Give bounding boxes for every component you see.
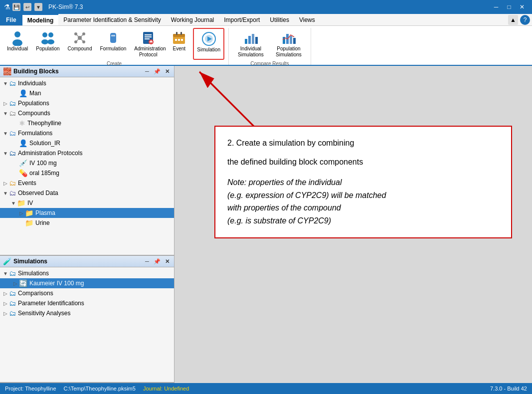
undo-quick-btn[interactable]: ↩ bbox=[23, 3, 31, 11]
simulation-icon bbox=[201, 31, 217, 47]
simulations-title: Simulations bbox=[13, 258, 47, 265]
formulation-label: Formulation bbox=[100, 46, 126, 52]
theophylline-icon: ⚛ bbox=[19, 119, 25, 127]
param-id-label: Parameter Identifications bbox=[18, 300, 84, 307]
close-btn[interactable]: ✕ bbox=[516, 2, 528, 12]
individual-sims-label: Individual Simulations bbox=[236, 46, 266, 58]
tree-item-urine[interactable]: 📁 Urine bbox=[0, 218, 174, 228]
comparisons-toggle[interactable]: ▷ bbox=[2, 291, 9, 296]
svg-rect-27 bbox=[180, 32, 182, 35]
tree-item-observed-data[interactable]: ▼ 🗂 Observed Data bbox=[0, 188, 174, 198]
kaumeier-toggle[interactable]: ▷ bbox=[12, 281, 19, 286]
tree-item-admin-protocols[interactable]: ▼ 🗂 Administration Protocols bbox=[0, 148, 174, 158]
right-content-area: 2. Create a simulation by combining the … bbox=[175, 66, 532, 383]
simulations-group-toggle[interactable]: ▼ bbox=[2, 271, 9, 276]
individuals-toggle[interactable]: ▼ bbox=[2, 81, 9, 86]
svg-rect-37 bbox=[255, 37, 258, 44]
man-icon: 👤 bbox=[19, 89, 27, 97]
building-blocks-close-btn[interactable]: ✕ bbox=[163, 67, 171, 75]
individual-simulations-icon bbox=[243, 30, 259, 46]
tree-item-man[interactable]: 👤 Man bbox=[0, 88, 174, 98]
simulations-minimize-btn[interactable]: ─ bbox=[143, 257, 151, 265]
tree-item-iv-100mg[interactable]: 💉 IV 100 mg bbox=[0, 158, 174, 168]
man-label: Man bbox=[29, 90, 41, 97]
tree-item-sensitivity[interactable]: ▷ 🗂 Sensitivity Analyses bbox=[0, 308, 174, 318]
menu-file[interactable]: File bbox=[0, 14, 22, 25]
iv-data-toggle[interactable]: ▼ bbox=[10, 200, 17, 206]
tree-item-iv-data[interactable]: ▼ 📁 IV bbox=[0, 198, 174, 208]
ribbon-btn-individual[interactable]: Individual bbox=[4, 28, 31, 60]
menu-bar: File Modeling Parameter Identification &… bbox=[0, 14, 532, 26]
dropdown-quick-btn[interactable]: ▼ bbox=[34, 3, 42, 11]
ribbon-btn-individual-simulations[interactable]: Individual Simulations bbox=[233, 28, 269, 60]
ribbon-btn-formulation[interactable]: Formulation bbox=[97, 28, 129, 60]
compounds-toggle[interactable]: ▼ bbox=[2, 111, 9, 116]
tree-item-simulations-group[interactable]: ▼ 🗂 Simulations bbox=[0, 268, 174, 278]
populations-toggle[interactable]: ▷ bbox=[2, 101, 9, 106]
annotation-text-2: the defined building block components bbox=[227, 158, 363, 166]
admin-protocols-toggle[interactable]: ▼ bbox=[2, 151, 9, 156]
observed-data-toggle[interactable]: ▼ bbox=[2, 191, 9, 196]
help-btn[interactable]: ? bbox=[520, 15, 530, 25]
building-blocks-minimize-btn[interactable]: ─ bbox=[143, 67, 151, 75]
collapse-ribbon-btn[interactable]: ▲ bbox=[508, 15, 518, 25]
building-blocks-pin-btn[interactable]: 📌 bbox=[153, 67, 161, 75]
formulations-toggle[interactable]: ▼ bbox=[2, 131, 9, 136]
populations-folder-icon: 🗂 bbox=[9, 99, 16, 107]
annotation-line2: the defined building block components bbox=[227, 156, 499, 169]
ribbon-group-create: Individual Population bbox=[0, 28, 229, 65]
oral-icon: 💊 bbox=[19, 169, 27, 177]
minimize-btn[interactable]: ─ bbox=[490, 2, 502, 12]
tree-item-comparisons[interactable]: ▷ 🗂 Comparisons bbox=[0, 288, 174, 298]
simulations-group-icon: 🗂 bbox=[9, 269, 16, 277]
tree-item-compounds[interactable]: ▼ 🗂 Compounds bbox=[0, 108, 174, 118]
svg-rect-34 bbox=[245, 39, 247, 44]
svg-point-3 bbox=[41, 39, 48, 44]
svg-rect-28 bbox=[175, 39, 177, 41]
simulations-panel: 🧪 Simulations ─ 📌 ✕ ▼ 🗂 Simulations ▷ � bbox=[0, 256, 174, 383]
tree-item-populations[interactable]: ▷ 🗂 Populations bbox=[0, 98, 174, 108]
admin-protocols-folder-icon: 🗂 bbox=[9, 149, 16, 157]
menu-utilities[interactable]: Utilities bbox=[265, 14, 294, 25]
tree-item-formulations[interactable]: ▼ 🗂 Formulations bbox=[0, 128, 174, 138]
sensitivity-toggle[interactable]: ▷ bbox=[2, 311, 9, 316]
tree-item-oral-185mg[interactable]: 💊 oral 185mg bbox=[0, 168, 174, 178]
status-version: 7.3.0 - Build 42 bbox=[490, 386, 527, 392]
quick-access-toolbar: 💾 ↩ ▼ bbox=[12, 3, 42, 11]
plasma-toggle[interactable]: ▷ bbox=[18, 210, 25, 216]
ribbon-right-controls: ▲ ? bbox=[506, 13, 532, 27]
svg-point-0 bbox=[14, 31, 20, 37]
status-project-text: Project: Theophylline bbox=[5, 386, 56, 392]
svg-rect-40 bbox=[290, 36, 292, 44]
tree-item-solution-ir[interactable]: 👤 Solution_IR bbox=[0, 138, 174, 148]
ribbon-create-items: Individual Population bbox=[4, 28, 224, 60]
menu-modeling[interactable]: Modeling bbox=[22, 14, 59, 25]
tree-item-param-identifications[interactable]: ▷ 🗂 Parameter Identifications bbox=[0, 298, 174, 308]
ribbon-btn-admin-protocol[interactable]: Administration Protocol bbox=[131, 28, 165, 60]
simulations-close-btn[interactable]: ✕ bbox=[163, 257, 171, 265]
tree-item-theophylline[interactable]: ⚛ Theophylline bbox=[0, 118, 174, 128]
ribbon-btn-population-simulations[interactable]: Population Simulations bbox=[271, 28, 307, 60]
menu-parameter-identification[interactable]: Parameter Identification & Sensitivity bbox=[58, 14, 166, 25]
tree-item-events[interactable]: ▷ 🗂 Events bbox=[0, 178, 174, 188]
solution-ir-label: Solution_IR bbox=[29, 140, 60, 147]
ribbon-btn-event[interactable]: Event bbox=[167, 28, 191, 60]
param-id-toggle[interactable]: ▷ bbox=[2, 301, 9, 306]
menu-views[interactable]: Views bbox=[294, 14, 320, 25]
ribbon-btn-population[interactable]: Population bbox=[33, 28, 62, 60]
menu-working-journal[interactable]: Working Journal bbox=[166, 14, 219, 25]
tree-item-plasma[interactable]: ▷ 📁 Plasma bbox=[0, 208, 174, 218]
svg-rect-29 bbox=[178, 39, 180, 41]
simulations-pin-btn[interactable]: 📌 bbox=[153, 257, 161, 265]
svg-line-12 bbox=[80, 34, 84, 38]
events-toggle[interactable]: ▷ bbox=[2, 181, 9, 186]
svg-line-14 bbox=[80, 38, 84, 42]
save-quick-btn[interactable]: 💾 bbox=[12, 3, 20, 11]
tree-item-kaumeier-iv[interactable]: ▷ 🔄 Kaumeier IV 100 mg bbox=[0, 278, 174, 288]
building-blocks-title: Building Blocks bbox=[13, 68, 59, 75]
restore-btn[interactable]: □ bbox=[503, 2, 515, 12]
menu-import-export[interactable]: Import/Export bbox=[219, 14, 265, 25]
tree-item-individuals[interactable]: ▼ 🗂 Individuals bbox=[0, 78, 174, 88]
ribbon-btn-compound[interactable]: Compound bbox=[65, 28, 95, 60]
ribbon-btn-simulation[interactable]: Simulation bbox=[193, 28, 224, 60]
